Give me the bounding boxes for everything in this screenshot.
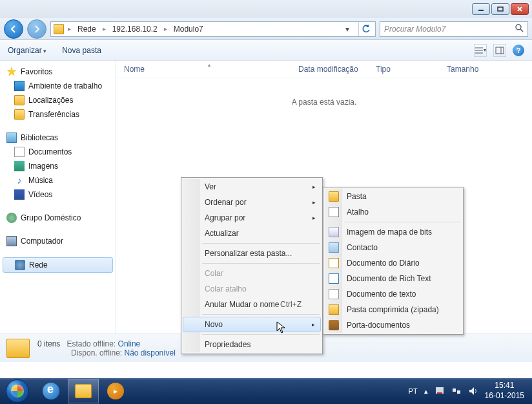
- sidebar-libraries[interactable]: Bibliotecas: [0, 131, 116, 145]
- submenu-contact[interactable]: Contacto: [325, 240, 462, 255]
- tray-action-icon[interactable]: [435, 386, 445, 396]
- empty-folder-text: A pasta está vazia.: [116, 98, 532, 107]
- maximize-button[interactable]: [491, 3, 509, 15]
- menu-new[interactable]: Novo▸: [183, 317, 321, 332]
- menu-paste: Colar: [183, 266, 321, 281]
- refresh-button[interactable]: [358, 22, 373, 36]
- sidebar-computer[interactable]: Computador: [0, 234, 116, 248]
- sidebar-homegroup[interactable]: Grupo Doméstico: [0, 211, 116, 225]
- system-tray: PT ▴ 15:41 16-01-2015: [409, 381, 532, 401]
- taskbar-ie[interactable]: [36, 379, 66, 403]
- address-bar[interactable]: ▸ Rede ▸ 192.168.10.2 ▸ Modulo7 ▾: [50, 21, 376, 37]
- search-box[interactable]: Procurar Modulo7: [380, 21, 528, 37]
- taskbar-explorer[interactable]: [68, 379, 99, 403]
- column-date[interactable]: Data modificação: [298, 65, 376, 74]
- new-submenu: Pasta Atalho Imagem de mapa de bits Cont…: [323, 187, 464, 335]
- back-button[interactable]: [4, 19, 23, 39]
- network-icon: [15, 260, 25, 270]
- videos-icon: [14, 189, 25, 200]
- minimize-button[interactable]: [472, 3, 490, 15]
- menu-undo[interactable]: Anular Mudar o nomeCtrl+Z: [183, 297, 321, 312]
- command-bar: Organizar Nova pasta ▾ ?: [0, 40, 532, 61]
- contact-icon: [329, 242, 339, 253]
- breadcrumb-root[interactable]: Rede: [75, 23, 99, 35]
- star-icon: [6, 67, 17, 77]
- explorer-icon: [75, 384, 92, 398]
- sidebar-pictures[interactable]: Imagens: [0, 159, 116, 173]
- libraries-icon: [6, 133, 17, 143]
- taskbar-wmp[interactable]: ▸: [100, 379, 131, 403]
- desktop-icon: [14, 81, 25, 91]
- preview-pane-button[interactable]: [493, 44, 506, 57]
- menu-group[interactable]: Agrupar por▸: [183, 210, 321, 226]
- sidebar-places[interactable]: Localizações: [0, 93, 116, 107]
- svg-rect-12: [437, 392, 442, 394]
- taskbar: ▸ PT ▴ 15:41 16-01-2015: [0, 378, 532, 404]
- menu-paste-shortcut: Colar atalho: [183, 281, 321, 297]
- tray-volume-icon[interactable]: [468, 386, 478, 396]
- organize-menu[interactable]: Organizar: [8, 46, 46, 55]
- folder-icon: [14, 95, 25, 105]
- menu-properties[interactable]: Propriedades: [183, 337, 321, 352]
- column-name[interactable]: Nome: [124, 65, 298, 74]
- sidebar-documents[interactable]: Documentos: [0, 145, 116, 159]
- start-button[interactable]: [0, 378, 35, 404]
- folder-large-icon: [6, 339, 30, 358]
- svg-line-5: [520, 29, 523, 32]
- sidebar-videos[interactable]: Vídeos: [0, 187, 116, 202]
- ie-icon: [43, 383, 59, 399]
- submenu-briefcase[interactable]: Porta-documentos: [325, 317, 462, 333]
- main-area: Favoritos Ambiente de trabalho Localizaç…: [0, 61, 532, 334]
- svg-point-4: [516, 25, 521, 30]
- navigation-pane: Favoritos Ambiente de trabalho Localizaç…: [0, 61, 116, 334]
- submenu-bitmap[interactable]: Imagem de mapa de bits: [325, 224, 462, 240]
- menu-refresh[interactable]: Actualizar: [183, 226, 321, 241]
- submenu-rtf[interactable]: Documento de Rich Text: [325, 271, 462, 286]
- submenu-zip[interactable]: Pasta comprimida (zipada): [325, 302, 462, 317]
- search-placeholder: Procurar Modulo7: [384, 25, 445, 34]
- svg-rect-9: [496, 47, 504, 54]
- wmp-icon: ▸: [107, 383, 124, 399]
- sidebar-downloads[interactable]: Transferências: [0, 107, 116, 122]
- folder-icon: [329, 191, 339, 202]
- folder-icon: [14, 109, 25, 120]
- menu-customize[interactable]: Personalizar esta pasta...: [183, 246, 321, 261]
- forward-button[interactable]: [27, 19, 46, 39]
- column-size[interactable]: Tamanho: [447, 65, 498, 74]
- address-dropdown[interactable]: ▾: [343, 25, 352, 34]
- search-icon: [515, 23, 524, 34]
- context-menu: Ver▸ Ordenar por▸ Agrupar por▸ Actualiza…: [181, 177, 323, 354]
- file-list-area[interactable]: Nome Data modificação Tipo Tamanho A pas…: [116, 61, 532, 334]
- windows-orb-icon: [6, 379, 29, 403]
- status-item-count: 0 itens: [37, 339, 60, 348]
- submenu-shortcut[interactable]: Atalho: [325, 204, 462, 220]
- zip-icon: [329, 304, 339, 315]
- sidebar-music[interactable]: ♪Música: [0, 173, 116, 187]
- submenu-journal[interactable]: Documento do Diário: [325, 255, 462, 271]
- menu-view[interactable]: Ver▸: [183, 179, 321, 195]
- new-folder-button[interactable]: Nova pasta: [62, 46, 101, 55]
- column-type[interactable]: Tipo: [376, 65, 447, 74]
- breadcrumb-host[interactable]: 192.168.10.2: [110, 23, 160, 35]
- menu-sort[interactable]: Ordenar por▸: [183, 195, 321, 210]
- view-options-button[interactable]: ▾: [474, 44, 487, 57]
- tray-language[interactable]: PT: [409, 387, 418, 395]
- submenu-text[interactable]: Documento de texto: [325, 286, 462, 302]
- bitmap-icon: [329, 227, 339, 237]
- sidebar-desktop[interactable]: Ambiente de trabalho: [0, 79, 116, 93]
- breadcrumb-folder[interactable]: Modulo7: [171, 23, 206, 35]
- rtf-icon: [329, 273, 339, 284]
- sidebar-network[interactable]: Rede: [3, 257, 113, 273]
- folder-icon: [54, 24, 64, 34]
- help-button[interactable]: ?: [513, 45, 524, 56]
- window-titlebar: [0, 0, 532, 18]
- document-icon: [14, 147, 25, 157]
- tray-arrow-icon[interactable]: ▴: [424, 387, 428, 396]
- tray-network-icon[interactable]: [451, 386, 462, 396]
- sidebar-favorites[interactable]: Favoritos: [0, 65, 116, 79]
- close-button[interactable]: [511, 3, 529, 15]
- tray-clock[interactable]: 15:41 16-01-2015: [485, 381, 524, 401]
- submenu-folder[interactable]: Pasta: [325, 189, 462, 204]
- pictures-icon: [14, 161, 25, 171]
- svg-rect-14: [457, 390, 460, 394]
